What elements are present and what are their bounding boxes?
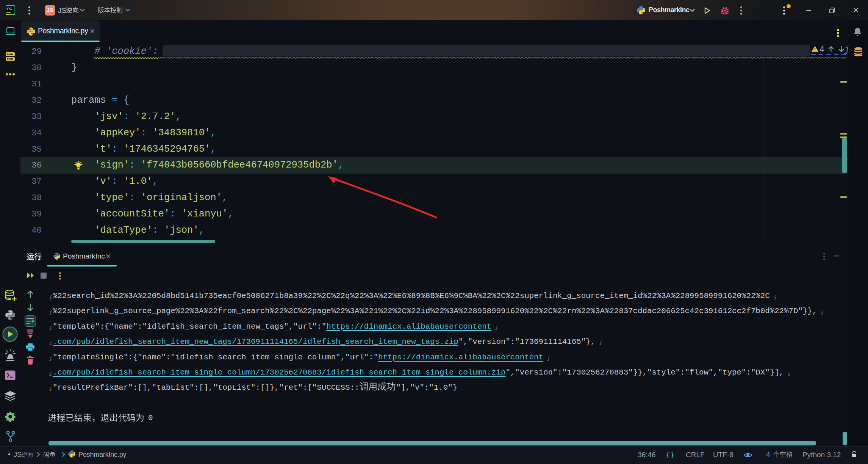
svg-text:PC: PC [7,7,12,11]
